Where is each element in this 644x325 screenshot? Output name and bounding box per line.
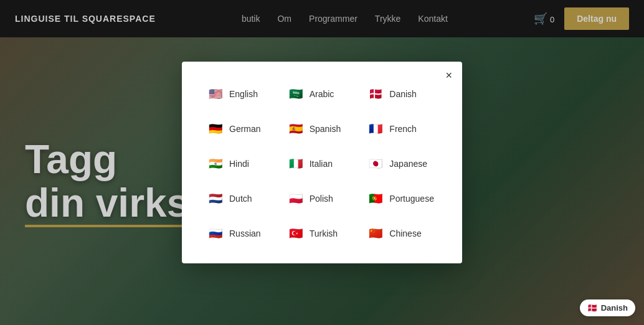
flag-japanese: 🇯🇵 — [367, 155, 384, 172]
lang-item-spanish[interactable]: 🇪🇸 Spanish — [285, 116, 360, 141]
flag-arabic: 🇸🇦 — [287, 85, 305, 103]
lang-label-russian: Russian — [229, 228, 261, 238]
lang-item-hindi[interactable]: 🇮🇳 Hindi — [204, 151, 280, 176]
flag-english: 🇺🇸 — [207, 85, 224, 103]
lang-item-japanese[interactable]: 🇯🇵 Japanese — [364, 151, 440, 176]
flag-hindi: 🇮🇳 — [207, 155, 224, 172]
language-grid: 🇺🇸 English 🇸🇦 Arabic 🇩🇰 Danish 🇩🇪 German… — [204, 82, 440, 246]
lang-label-arabic: Arabic — [310, 89, 334, 99]
lang-label-dutch: Dutch — [229, 194, 252, 204]
modal-close-button[interactable]: × — [445, 69, 452, 82]
lang-label-english: English — [229, 89, 258, 99]
flag-spanish: 🇪🇸 — [287, 120, 305, 138]
lang-item-english[interactable]: 🇺🇸 English — [204, 82, 280, 106]
lang-label-hindi: Hindi — [229, 159, 249, 169]
modal-overlay: × 🇺🇸 English 🇸🇦 Arabic 🇩🇰 Danish 🇩🇪 Germ… — [0, 0, 644, 325]
lang-item-danish[interactable]: 🇩🇰 Danish — [364, 82, 440, 106]
flag-portuguese: 🇵🇹 — [367, 190, 384, 207]
lang-item-arabic[interactable]: 🇸🇦 Arabic — [285, 82, 360, 106]
flag-polish: 🇵🇱 — [287, 190, 305, 207]
flag-chinese: 🇨🇳 — [367, 225, 384, 242]
lang-label-italian: Italian — [310, 159, 333, 169]
language-badge[interactable]: 🇩🇰 Danish — [580, 299, 635, 316]
flag-german: 🇩🇪 — [207, 120, 224, 138]
lang-label-spanish: Spanish — [310, 124, 341, 134]
lang-item-turkish[interactable]: 🇹🇷 Turkish — [285, 221, 360, 246]
lang-item-chinese[interactable]: 🇨🇳 Chinese — [364, 221, 440, 246]
lang-item-german[interactable]: 🇩🇪 German — [204, 116, 280, 141]
lang-label-german: German — [229, 124, 261, 134]
badge-label: Danish — [601, 303, 628, 313]
flag-russian: 🇷🇺 — [207, 225, 224, 242]
language-modal: × 🇺🇸 English 🇸🇦 Arabic 🇩🇰 Danish 🇩🇪 Germ… — [182, 62, 462, 263]
flag-french: 🇫🇷 — [367, 120, 384, 138]
flag-dutch: 🇳🇱 — [207, 190, 224, 207]
flag-italian: 🇮🇹 — [287, 155, 305, 172]
lang-item-french[interactable]: 🇫🇷 French — [364, 116, 440, 141]
lang-label-french: French — [389, 124, 417, 134]
lang-item-polish[interactable]: 🇵🇱 Polish — [285, 186, 360, 211]
lang-label-chinese: Chinese — [389, 228, 421, 238]
badge-flag: 🇩🇰 — [587, 303, 597, 313]
lang-label-danish: Danish — [389, 89, 417, 99]
flag-turkish: 🇹🇷 — [287, 225, 305, 242]
lang-label-japanese: Japanese — [389, 159, 427, 169]
lang-item-dutch[interactable]: 🇳🇱 Dutch — [204, 186, 280, 211]
lang-label-turkish: Turkish — [310, 228, 338, 238]
flag-danish: 🇩🇰 — [367, 85, 384, 103]
lang-item-portuguese[interactable]: 🇵🇹 Portuguese — [364, 186, 440, 211]
lang-label-portuguese: Portuguese — [389, 194, 434, 204]
lang-item-russian[interactable]: 🇷🇺 Russian — [204, 221, 280, 246]
lang-item-italian[interactable]: 🇮🇹 Italian — [285, 151, 360, 176]
lang-label-polish: Polish — [310, 194, 333, 204]
